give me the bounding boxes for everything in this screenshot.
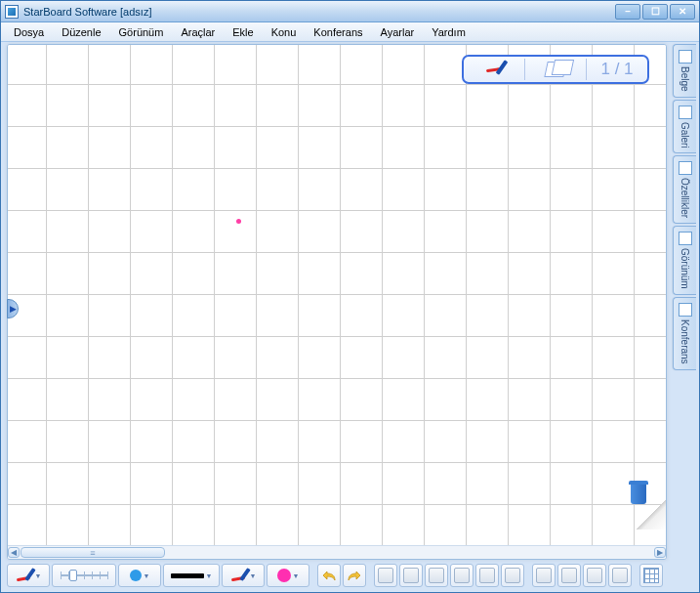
undo-icon [321, 569, 337, 582]
scroll-right-button[interactable]: ▶ [654, 547, 666, 558]
group-btn-5[interactable] [475, 564, 499, 587]
canvas-mark-dot [236, 219, 241, 224]
redo-icon [347, 569, 362, 582]
group-btn-1[interactable] [374, 564, 397, 587]
pen-icon [16, 567, 33, 584]
chevron-down-icon: ▼ [144, 572, 150, 579]
line-icon [171, 573, 204, 578]
grid-toggle-button[interactable] [639, 564, 663, 587]
maximize-button[interactable]: ☐ [642, 4, 668, 20]
group-btn-3[interactable] [425, 564, 448, 587]
pen-tool-button[interactable]: ▼ [222, 564, 265, 587]
tab-belge[interactable]: Belge [673, 44, 696, 98]
action-icon [403, 568, 419, 583]
action-icon [561, 568, 577, 583]
tab-ozellikler[interactable]: Özellikler [673, 155, 696, 224]
menu-ekle[interactable]: Ekle [226, 24, 260, 40]
menu-konu[interactable]: Konu [265, 24, 304, 40]
window-title: StarBoard Software [adsız] [23, 6, 615, 18]
nav-btn-2[interactable] [557, 564, 581, 587]
menu-araclar[interactable]: Araçlar [174, 24, 222, 40]
color-blue-button[interactable]: ▼ [118, 564, 161, 587]
action-icon [454, 568, 470, 583]
pen-mode-icon[interactable] [464, 57, 524, 82]
tab-gorunum[interactable]: Görünüm [673, 226, 696, 295]
redo-button[interactable] [343, 564, 366, 587]
conference-icon [679, 303, 692, 317]
bottom-toolbar: ▼ ▼ ▼ ▼ ▼ [7, 563, 693, 588]
action-icon [536, 568, 552, 583]
gallery-icon [679, 106, 692, 119]
group-btn-2[interactable] [399, 564, 423, 587]
circle-icon [130, 570, 142, 581]
drawing-canvas[interactable]: 1 / 1 [8, 45, 666, 545]
title-bar: StarBoard Software [adsız] – ☐ ✕ [1, 1, 699, 22]
line-style-button[interactable]: ▼ [163, 564, 220, 587]
page-curl-icon[interactable] [637, 500, 666, 529]
menu-dosya[interactable]: Dosya [7, 24, 51, 40]
line-width-slider[interactable] [52, 564, 116, 587]
side-tabs: Belge Galeri Özellikler Görünüm Konferan… [673, 44, 696, 370]
scroll-left-button[interactable]: ◀ [8, 547, 20, 558]
action-icon [429, 568, 444, 583]
pages-icon[interactable] [525, 57, 586, 82]
group-btn-6[interactable] [501, 564, 524, 587]
app-icon [5, 5, 19, 19]
pen-icon [230, 567, 248, 584]
nav-btn-4[interactable] [608, 564, 632, 587]
menu-gorunum[interactable]: Görünüm [112, 24, 171, 40]
menu-ayarlar[interactable]: Ayarlar [374, 24, 422, 40]
close-button[interactable]: ✕ [670, 4, 695, 20]
view-icon [679, 232, 692, 245]
select-tool-button[interactable]: ▼ [7, 564, 50, 587]
nav-btn-1[interactable] [532, 564, 556, 587]
circle-icon [277, 569, 291, 582]
minimize-button[interactable]: – [615, 4, 640, 20]
horizontal-scrollbar[interactable]: ◀ ≡ ▶ [8, 545, 666, 559]
tab-konferans[interactable]: Konferans [673, 297, 696, 370]
color-pink-button[interactable]: ▼ [267, 564, 309, 587]
page-indicator[interactable]: 1 / 1 [462, 55, 649, 84]
menu-bar: Dosya Düzenle Görünüm Araçlar Ekle Konu … [1, 22, 699, 42]
slider-thumb[interactable] [69, 570, 77, 581]
action-icon [505, 568, 520, 583]
page-count-label: 1 / 1 [587, 57, 647, 82]
chevron-down-icon: ▼ [206, 572, 213, 579]
menu-duzenle[interactable]: Düzenle [55, 24, 107, 40]
chevron-down-icon: ▼ [250, 572, 257, 579]
nav-btn-3[interactable] [583, 564, 606, 587]
document-icon [679, 50, 692, 64]
action-icon [612, 568, 628, 583]
menu-yardim[interactable]: Yardım [425, 24, 473, 40]
chevron-down-icon: ▼ [35, 572, 42, 579]
action-icon [587, 568, 602, 583]
chevron-down-icon: ▼ [293, 572, 300, 579]
undo-button[interactable] [317, 564, 341, 587]
scroll-thumb[interactable]: ≡ [21, 547, 165, 558]
action-icon [378, 568, 393, 583]
group-btn-4[interactable] [450, 564, 474, 587]
action-icon [479, 568, 495, 583]
grid-icon [643, 568, 659, 583]
canvas-frame: 1 / 1 ◀ ≡ ▶ [7, 44, 667, 560]
menu-konferans[interactable]: Konferans [307, 24, 369, 40]
tab-galeri[interactable]: Galeri [673, 100, 696, 154]
properties-icon [679, 161, 692, 175]
